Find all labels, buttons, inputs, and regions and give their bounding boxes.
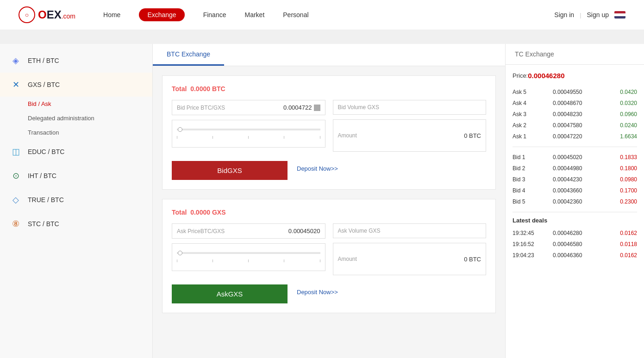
ask-total-value: 0 [190,209,194,216]
educ-icon: ◫ [9,145,22,158]
ask-deposit-link[interactable]: Deposit Now>> [297,282,338,302]
bid-slider-track [177,129,320,130]
bid-slider-thumb [178,127,182,132]
nav-personal[interactable]: Personal [283,11,308,19]
ask-slider-container[interactable] [172,243,325,271]
bid-label: Bid 1 [513,154,538,160]
bid-slider-container[interactable] [172,120,325,148]
sign-in-link[interactable]: Sign in [554,11,574,19]
ask-volume: 0.0960 [609,111,637,117]
gxs-icon: ✕ [9,78,22,91]
tab-strip: BTC Exchange [153,44,505,66]
bid-price-input[interactable]: Bid Price BTC/GXS 0.0004722 [172,100,325,115]
true-icon: ◇ [9,193,22,206]
bid-row: Bid 10.000450200.1833 [513,152,637,163]
latest-deals-label: Latest deals [513,217,637,224]
price-value: 0.00046280 [528,72,564,80]
ask-total-decimals: .0000 [194,209,210,216]
sidebar-sub-transaction[interactable]: Transaction [0,125,152,140]
tab-tc-exchange[interactable]: TC Exchange [506,44,644,64]
deal-price: 0.00046280 [553,230,594,236]
bid-total-currency: BTC [212,85,225,93]
bid-right-group: Bid Volume GXS Amount 0 BTC [333,100,487,152]
bid-gxs-button[interactable]: BidGXS [172,161,288,180]
ask-price: 0.00047220 [553,133,594,140]
right-tab-strip: TC Exchange [506,44,644,65]
ask-gxs-button[interactable]: AskGXS [172,284,288,303]
deal-row: 19:32:450.000462800.0162 [513,228,637,239]
ask-action-row: AskGXS Deposit Now>> [172,281,486,303]
bid-deposit-link[interactable]: Deposit Now>> [297,159,338,179]
bid-price-value: 0.0004722 [283,104,312,111]
sidebar-item-true-btc[interactable]: ◇ TRUE / BTC [0,188,152,212]
ask-amount-label: Amount [338,256,357,262]
ask-slider-thumb [178,251,182,255]
bid-price: 0.00044230 [553,176,594,183]
ask-right-group: Ask Volume GXS Amount 0 BTC [333,223,487,275]
nav-home[interactable]: Home [103,11,120,19]
deal-time: 19:04:23 [513,252,538,259]
nav-exchange[interactable]: Exchange [139,8,184,21]
ask-total: Total 0.0000 GXS [172,209,486,216]
ask-label: Ask 3 [513,111,538,117]
sidebar: ◈ ETH / BTC ✕ GXS / BTC Bid / Ask Delega… [0,44,153,358]
sidebar-item-gxs-btc[interactable]: ✕ GXS / BTC [0,73,152,97]
bid-tick-4 [284,136,284,139]
ask-volume-input[interactable]: Ask Volume GXS [333,223,487,238]
bid-panel: Total 0.0000 BTC Bid Price BTC/GXS 0.000… [162,75,496,190]
bid-action-row: BidGXS Deposit Now>> [172,157,486,180]
ask-label: Ask 4 [513,100,538,106]
bid-volume-input[interactable]: Bid Volume GXS [333,100,487,115]
sidebar-item-stc-btc[interactable]: ⑧ STC / BTC [0,212,152,236]
sidebar-item-educ-btc[interactable]: ◫ EDUC / BTC [0,140,152,164]
ask-tick-3 [248,259,249,262]
ask-price-input[interactable]: Ask PriceBTC/GXS 0.00045020 [172,223,325,239]
eth-icon: ◈ [9,54,22,67]
deal-volume: 0.0162 [609,230,637,236]
ask-row: Ask 50.000495500.0420 [513,86,637,98]
bid-price: 0.00045020 [553,154,594,160]
content-area: BTC Exchange Total 0.0000 BTC Bid Price … [153,44,505,358]
current-price-row: Price: 0.00046280 [513,72,637,80]
language-flag[interactable] [614,11,625,19]
bid-tick-3 [248,136,249,139]
deal-time: 19:32:45 [513,230,538,236]
right-panel-content: Price: 0.00046280 Ask 50.000495500.0420A… [506,65,644,268]
ask-amount-box: Amount 0 BTC [333,243,487,275]
ask-label: Ask 2 [513,122,538,129]
bid-volume: 0.1800 [609,165,637,172]
ask-tick-2 [213,259,213,262]
sidebar-label-educ-btc: EDUC / BTC [28,148,64,155]
bid-left-group: Bid Price BTC/GXS 0.0004722 [172,100,325,152]
sidebar-item-iht-btc[interactable]: ⊙ IHT / BTC [0,164,152,188]
ask-label: Ask 5 [513,89,538,95]
bid-volume: 0.2300 [609,198,637,205]
ask-volume: 0.0420 [609,89,637,95]
ask-inputs: Ask PriceBTC/GXS 0.00045020 [172,223,486,275]
sub-header [0,30,644,44]
bid-row: Bid 30.000442300.0980 [513,174,637,185]
deal-volume: 0.0118 [609,241,637,247]
sidebar-sub-delegated[interactable]: Delegated administration [0,111,152,125]
nav-market[interactable]: Market [244,11,264,19]
main-layout: ◈ ETH / BTC ✕ GXS / BTC Bid / Ask Delega… [0,44,644,358]
bid-volume: 0.1833 [609,154,637,160]
ask-slider-ticks [177,259,320,262]
deals-divider [513,212,637,212]
sidebar-label-gxs-btc: GXS / BTC [28,81,60,88]
sign-up-link[interactable]: Sign up [587,11,609,19]
sidebar-item-eth-btc[interactable]: ◈ ETH / BTC [0,49,152,73]
bid-amount-value: 0 BTC [464,132,481,139]
sidebar-sub-bid-ask[interactable]: Bid / Ask [0,97,152,111]
tab-btc-exchange[interactable]: BTC Exchange [153,44,224,66]
price-label: Price: [513,72,528,79]
header: ○ OEX.com Home Exchange Finance Market P… [0,0,644,30]
ask-total-label: Total [172,209,187,216]
ask-price: 0.00048230 [553,111,594,117]
latest-deals-list: 19:32:450.000462800.016219:16:520.000465… [513,228,637,261]
nav-finance[interactable]: Finance [203,11,226,19]
deal-price: 0.00046360 [553,252,594,259]
ask-order-book: Ask 50.000495500.0420Ask 40.000486700.03… [513,86,637,142]
ask-volume: 0.0240 [609,122,637,129]
logo-icon: ○ [19,6,35,23]
